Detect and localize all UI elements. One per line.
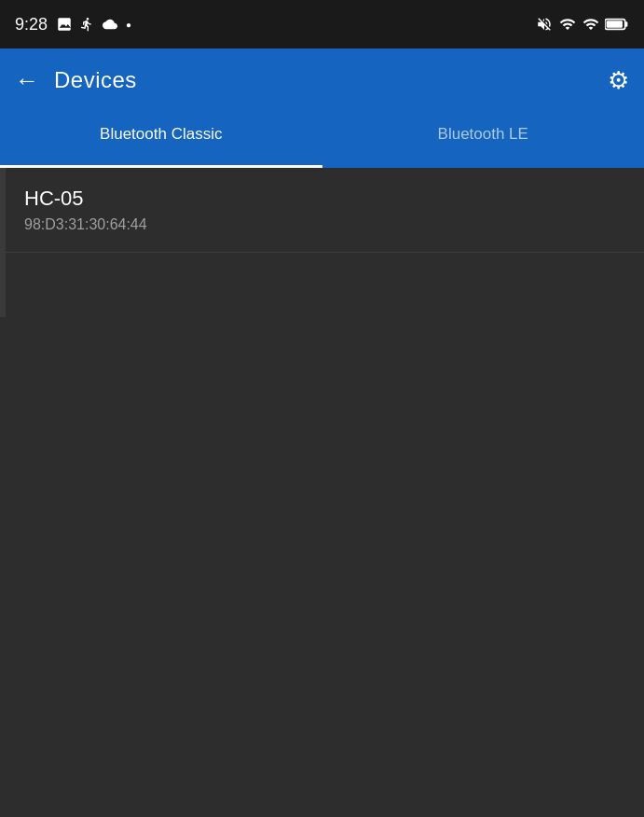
svg-rect-1 (625, 21, 628, 26)
status-bar-right (536, 16, 629, 33)
status-bar: 9:28 ● (0, 0, 644, 48)
device-list: HC-05 98:D3:31:30:64:44 (6, 168, 644, 317)
walk-icon (79, 16, 94, 33)
wifi-icon (558, 16, 577, 33)
device-name: HC-05 (24, 187, 625, 211)
photo-icon (55, 16, 74, 33)
toolbar: ← Devices ⚙ (0, 48, 644, 112)
tab-bar: Bluetooth Classic Bluetooth LE (0, 112, 644, 168)
settings-button[interactable]: ⚙ (608, 66, 629, 95)
table-row[interactable]: HC-05 98:D3:31:30:64:44 (6, 168, 644, 253)
content-wrapper: HC-05 98:D3:31:30:64:44 (0, 168, 644, 817)
status-time: 9:28 (15, 15, 48, 35)
dot-icon: ● (126, 20, 131, 30)
tab-bluetooth-le[interactable]: Bluetooth LE (322, 112, 645, 168)
page-title: Devices (54, 67, 137, 93)
toolbar-left: ← Devices (15, 67, 137, 93)
status-bar-left: 9:28 ● (15, 15, 131, 35)
tab-bluetooth-classic-label: Bluetooth Classic (100, 125, 222, 155)
back-button[interactable]: ← (15, 68, 39, 92)
svg-rect-2 (607, 21, 623, 28)
signal-icon-1 (582, 16, 599, 33)
status-icons-left: ● (55, 16, 131, 33)
cloud-icon (100, 17, 120, 32)
devices-section: HC-05 98:D3:31:30:64:44 (0, 168, 644, 317)
mute-icon (536, 16, 553, 33)
tab-bluetooth-le-label: Bluetooth LE (438, 125, 528, 155)
tab-bluetooth-classic[interactable]: Bluetooth Classic (0, 112, 322, 168)
battery-icon (605, 17, 629, 32)
device-address: 98:D3:31:30:64:44 (24, 216, 625, 233)
